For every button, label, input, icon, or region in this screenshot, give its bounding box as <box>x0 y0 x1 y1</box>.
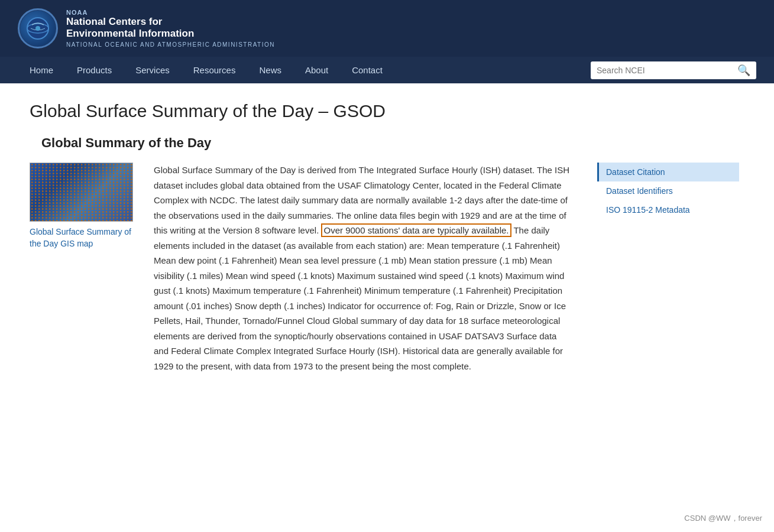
site-header: NOAA National Centers for Environmental … <box>0 0 774 57</box>
main-text-para1: Global Surface Summary of the Day is der… <box>154 163 574 374</box>
org-name: National Centers for Environmental Infor… <box>66 16 275 40</box>
highlighted-text: Over 9000 stations' data are typically a… <box>321 223 511 237</box>
left-column: Global Surface Summary of the Day GIS ma… <box>30 163 136 249</box>
sidebar-iso-metadata[interactable]: ISO 19115-2 Metadata <box>597 200 739 219</box>
logo-area: NOAA National Centers for Environmental … <box>18 8 275 48</box>
content-body: Global Surface Summary of the Day GIS ma… <box>30 163 739 374</box>
right-sidebar: Dataset Citation Dataset Identifiers ISO… <box>597 163 739 219</box>
search-bar: 🔍 <box>591 61 756 79</box>
page-title: Global Surface Summary of the Day – GSOD <box>30 101 739 121</box>
nav-links: Home Products Services Resources News Ab… <box>18 57 394 83</box>
main-nav: Home Products Services Resources News Ab… <box>0 57 774 83</box>
nav-home[interactable]: Home <box>18 57 65 83</box>
noaa-label: NOAA <box>66 9 275 16</box>
section-title: Global Summary of the Day <box>41 135 739 151</box>
map-thumbnail <box>30 163 133 222</box>
noaa-logo <box>18 8 58 48</box>
map-caption[interactable]: Global Surface Summary of the Day GIS ma… <box>30 226 136 249</box>
svg-point-2 <box>35 26 40 31</box>
nav-services[interactable]: Services <box>124 57 182 83</box>
map-caption-link[interactable]: Global Surface Summary of the Day GIS ma… <box>30 227 131 248</box>
search-input[interactable] <box>597 66 734 75</box>
main-description: Global Surface Summary of the Day is der… <box>154 163 574 374</box>
logo-text: NOAA National Centers for Environmental … <box>66 9 275 48</box>
nav-contact[interactable]: Contact <box>340 57 394 83</box>
nav-products[interactable]: Products <box>65 57 124 83</box>
nav-resources[interactable]: Resources <box>182 57 248 83</box>
sidebar-dataset-identifiers[interactable]: Dataset Identifiers <box>597 181 739 200</box>
nav-news[interactable]: News <box>247 57 293 83</box>
nav-about[interactable]: About <box>293 57 340 83</box>
map-dots <box>30 163 132 221</box>
sidebar-dataset-citation[interactable]: Dataset Citation <box>597 163 739 181</box>
main-content: Global Surface Summary of the Day – GSOD… <box>0 83 757 391</box>
org-subtitle: NATIONAL OCEANIC AND ATMOSPHERIC ADMINIS… <box>66 41 275 48</box>
search-button[interactable]: 🔍 <box>734 64 750 77</box>
